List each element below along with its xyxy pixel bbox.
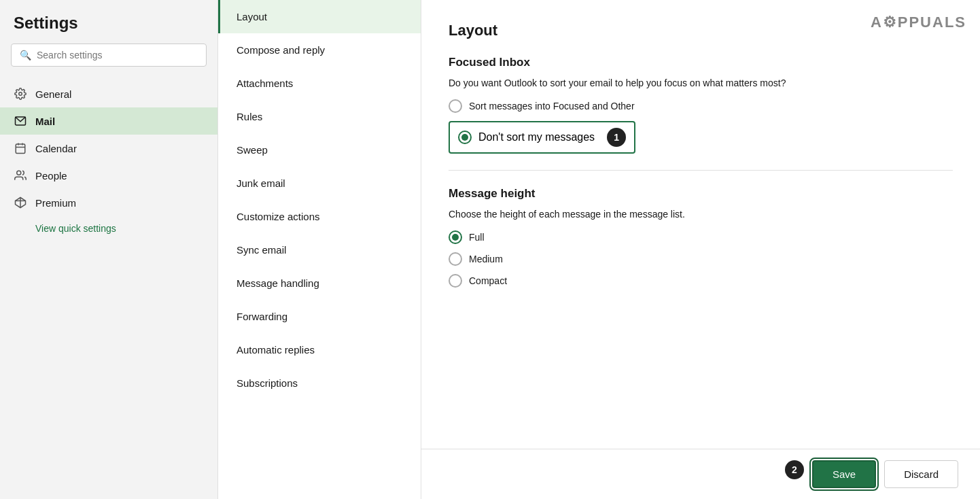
radio-full-label: Full [469, 232, 485, 243]
sidebar-item-general[interactable]: General [0, 80, 217, 107]
quick-settings-link[interactable]: View quick settings [0, 216, 217, 241]
footer-bar: 2 Save Discard [421, 449, 980, 499]
menu-item-sweep[interactable]: Sweep [218, 133, 421, 167]
menu-item-junk[interactable]: Junk email [218, 167, 421, 200]
menu-item-attachments[interactable]: Attachments [218, 67, 421, 100]
svg-point-0 [19, 92, 22, 96]
radio-medium-option[interactable]: Medium [449, 252, 953, 266]
svg-rect-2 [16, 144, 25, 154]
mail-icon [14, 114, 27, 128]
menu-item-compose[interactable]: Compose and reply [218, 33, 421, 67]
search-icon: 🔍 [20, 50, 31, 61]
app-title: Settings [0, 14, 217, 44]
radio-full-inner [452, 234, 459, 241]
gear-icon [14, 87, 27, 101]
radio-medium-label: Medium [469, 254, 503, 264]
main-content: A⚙PPUALS Layout Focused Inbox Do you wan… [421, 0, 980, 499]
middle-menu: Layout Compose and reply Attachments Rul… [217, 0, 421, 499]
radio-compact-button[interactable] [449, 274, 462, 288]
sidebar-item-general-label: General [35, 88, 71, 100]
people-icon [14, 169, 27, 182]
radio-full-button[interactable] [449, 230, 462, 244]
radio-nosort-option[interactable]: Don't sort my messages 1 [449, 121, 635, 154]
search-box[interactable]: 🔍 [11, 44, 207, 67]
menu-item-rules[interactable]: Rules [218, 100, 421, 133]
sidebar-item-people-label: People [35, 170, 67, 182]
sidebar-item-mail[interactable]: Mail [0, 107, 217, 135]
watermark: A⚙PPUALS [871, 14, 966, 31]
menu-item-subscriptions[interactable]: Subscriptions [218, 366, 421, 400]
save-button[interactable]: Save [812, 460, 876, 488]
sidebar-item-calendar[interactable]: Calendar [0, 135, 217, 162]
sidebar-item-people[interactable]: People [0, 162, 217, 189]
sidebar: Settings 🔍 General Mail [0, 0, 217, 499]
menu-item-sync[interactable]: Sync email [218, 233, 421, 266]
radio-sort-label: Sort messages into Focused and Other [469, 101, 635, 111]
focused-inbox-title: Focused Inbox [449, 56, 953, 69]
focused-inbox-desc: Do you want Outlook to sort your email t… [449, 78, 953, 88]
radio-full-option[interactable]: Full [449, 230, 953, 244]
message-height-desc: Choose the height of each message in the… [449, 209, 953, 220]
menu-item-handling[interactable]: Message handling [218, 266, 421, 300]
sidebar-item-premium[interactable]: Premium [0, 189, 217, 216]
sidebar-item-mail-label: Mail [35, 116, 55, 127]
radio-nosort-inner [461, 134, 468, 141]
menu-item-autoreplies[interactable]: Automatic replies [218, 333, 421, 366]
menu-item-forwarding[interactable]: Forwarding [218, 300, 421, 333]
calendar-icon [14, 141, 27, 155]
svg-point-6 [17, 171, 21, 175]
menu-item-layout[interactable]: Layout [218, 0, 421, 33]
save-badge: 2 [785, 460, 804, 479]
discard-button[interactable]: Discard [884, 460, 958, 488]
sidebar-item-calendar-label: Calendar [35, 143, 77, 154]
search-input[interactable] [37, 50, 198, 61]
diamond-icon [14, 196, 27, 209]
focused-inbox-badge: 1 [607, 128, 626, 147]
sidebar-item-premium-label: Premium [35, 197, 76, 209]
message-height-title: Message height [449, 187, 953, 201]
radio-compact-option[interactable]: Compact [449, 274, 953, 288]
radio-nosort-button[interactable] [458, 131, 472, 144]
radio-nosort-label: Don't sort my messages [478, 131, 595, 143]
radio-sort-button[interactable] [449, 99, 462, 113]
section-divider [449, 170, 953, 171]
radio-compact-label: Compact [469, 275, 507, 286]
radio-sort-option[interactable]: Sort messages into Focused and Other [449, 99, 953, 113]
radio-medium-button[interactable] [449, 252, 462, 266]
menu-item-customize[interactable]: Customize actions [218, 200, 421, 233]
